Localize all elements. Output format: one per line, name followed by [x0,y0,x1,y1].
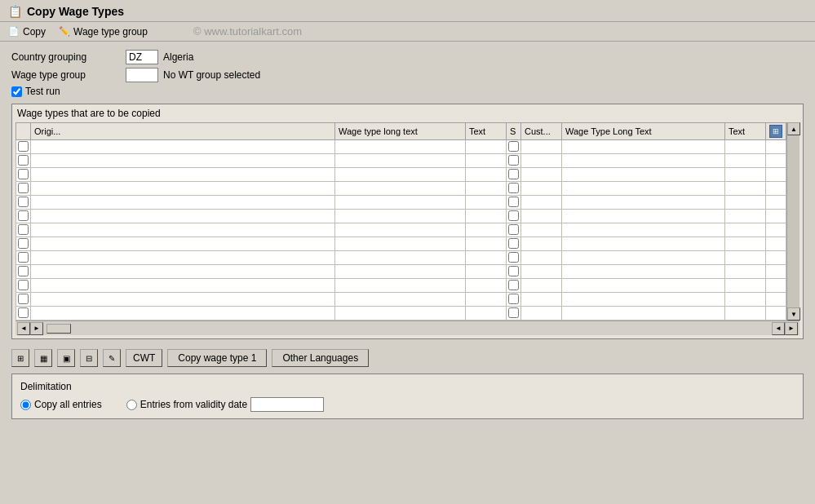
s-checkbox[interactable] [508,238,519,249]
empty-cell [766,168,786,182]
s-cell [507,140,521,154]
row-checkbox[interactable] [18,169,29,179]
title-bar: 📋 Copy Wage Types [0,0,815,22]
s-checkbox[interactable] [508,141,519,152]
entries-from-label: Entries from validity date [140,399,247,410]
icon-btn-5[interactable]: ✎ [103,349,121,367]
s-checkbox[interactable] [508,169,519,179]
col-icon[interactable]: ⊞ [766,123,786,140]
row-checkbox[interactable] [18,183,29,193]
row-checkbox[interactable] [18,238,29,249]
r-long-text-cell [562,265,725,279]
scroll-up-button[interactable]: ▲ [787,122,800,135]
icon-btn-4[interactable]: ⊟ [80,349,98,367]
table-row [16,196,786,210]
test-run-checkbox[interactable] [11,86,22,97]
row-checkbox[interactable] [18,307,29,318]
text-cell [466,251,507,265]
left-scroll-thumb[interactable] [47,324,71,334]
text-cell [466,168,507,182]
s-checkbox[interactable] [508,280,519,290]
s-checkbox[interactable] [508,266,519,276]
copy-wage-type-button[interactable]: Copy wage type 1 [167,349,267,367]
row-checkbox[interactable] [18,155,29,166]
s-checkbox[interactable] [508,183,519,193]
wage-types-table: Origi... Wage type long text Text S Cust… [16,122,786,321]
empty-cell [766,237,786,251]
scroll-track [787,135,799,307]
s-checkbox[interactable] [508,197,519,207]
icon-btn-1[interactable]: ⊞ [11,349,29,367]
scroll-right3-button[interactable]: ► [785,322,798,335]
col-s: S [507,123,521,140]
s-cell [507,154,521,168]
row-checkbox[interactable] [18,280,29,290]
cust-cell [521,210,562,223]
copy-all-radio[interactable] [20,400,31,410]
table-row [16,237,786,251]
delimitation-section: Delimitation Copy all entries Entries fr… [11,374,804,419]
row-select-cell [16,237,31,251]
row-checkbox[interactable] [18,210,29,221]
col-select [16,123,31,140]
s-checkbox[interactable] [508,294,519,304]
r-text-cell [725,293,766,307]
long-text-cell [335,279,466,293]
test-run-label: Test run [25,86,60,97]
r-text-cell [725,223,766,237]
wage-type-group-input[interactable] [126,68,158,82]
entries-from-radio-group: Entries from validity date [126,397,324,412]
s-checkbox[interactable] [508,210,519,221]
row-select-cell [16,182,31,196]
orig-cell [31,223,335,237]
scroll-down-button[interactable]: ▼ [787,307,800,321]
s-checkbox[interactable] [508,307,519,318]
text-cell [466,223,507,237]
cust-cell [521,307,562,321]
cwt-label[interactable]: CWT [126,349,162,367]
scroll-right2-button[interactable]: ◄ [772,322,785,335]
s-checkbox[interactable] [508,155,519,166]
row-checkbox[interactable] [18,252,29,263]
s-checkbox[interactable] [508,224,519,235]
orig-cell [31,265,335,279]
row-checkbox[interactable] [18,224,29,235]
wage-type-group-value: No WT group selected [163,69,260,81]
text-cell [466,196,507,210]
copy-toolbar-item[interactable]: 📄 Copy [8,26,46,38]
cust-cell [521,265,562,279]
table-row [16,293,786,307]
other-languages-button[interactable]: Other Languages [272,349,369,367]
left-scroll-area [47,324,112,334]
table-row [16,279,786,293]
table-row [16,265,786,279]
long-text-cell [335,182,466,196]
validity-date-input[interactable] [250,397,324,412]
r-long-text-cell [562,168,725,182]
r-text-cell [725,279,766,293]
row-select-cell [16,223,31,237]
country-grouping-input[interactable] [126,50,158,64]
s-checkbox[interactable] [508,252,519,263]
row-checkbox[interactable] [18,197,29,207]
row-select-cell [16,154,31,168]
col-wage-long: Wage type long text [335,123,466,140]
s-cell [507,237,521,251]
scroll-left-button[interactable]: ◄ [17,322,30,335]
cust-cell [521,182,562,196]
row-checkbox[interactable] [18,141,29,152]
row-checkbox[interactable] [18,266,29,276]
row-checkbox[interactable] [18,294,29,304]
r-text-cell [725,237,766,251]
scroll-right-button[interactable]: ► [30,322,43,335]
icon-btn-2[interactable]: ▦ [34,349,52,367]
orig-cell [31,210,335,223]
entries-from-radio[interactable] [126,400,137,410]
r-long-text-cell [562,251,725,265]
r-long-text-cell [562,182,725,196]
column-settings-icon[interactable]: ⊞ [769,125,782,138]
table-icon: ▦ [40,354,47,363]
wage-type-group-toolbar-item[interactable]: ✏️ Wage type group [59,26,148,38]
r-long-text-cell [562,237,725,251]
icon-btn-3[interactable]: ▣ [57,349,75,367]
